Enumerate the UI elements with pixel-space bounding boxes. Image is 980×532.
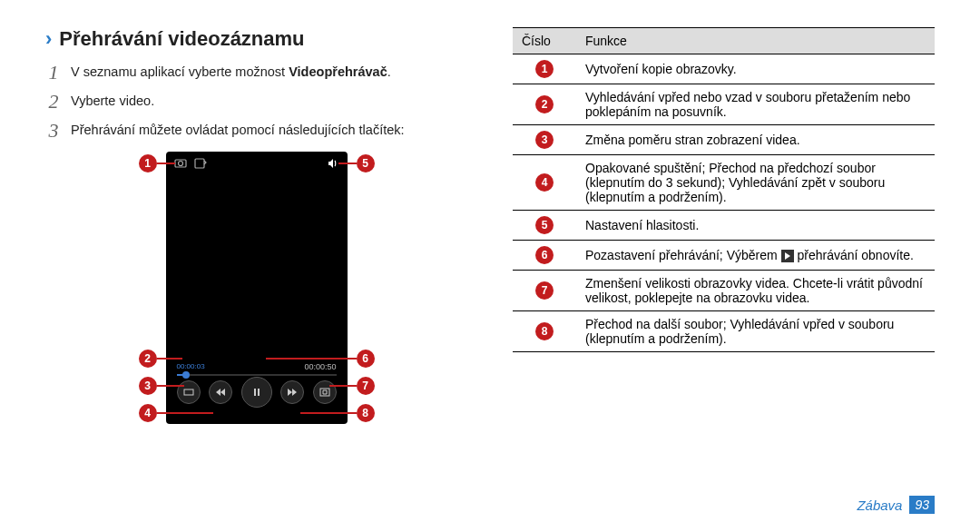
svg-point-1 bbox=[178, 161, 182, 165]
table-row: 8Přechod na další soubor; Vyhledávání vp… bbox=[513, 311, 935, 352]
callout-2: 2 bbox=[139, 350, 157, 368]
page-footer: Zábava 93 bbox=[857, 496, 935, 514]
table-row: 2Vyhledávání vpřed nebo vzad v souboru p… bbox=[513, 84, 935, 125]
callout-line bbox=[157, 163, 175, 164]
callout-line bbox=[157, 358, 182, 360]
time-current: 00:00:03 bbox=[177, 362, 205, 371]
controls-table: Číslo Funkce 1Vytvoření kopie obrazovky.… bbox=[513, 27, 935, 352]
callout-line bbox=[157, 412, 213, 414]
left-column: › Přehrávání videozáznamu 1 V seznamu ap… bbox=[45, 27, 467, 424]
play-icon bbox=[781, 250, 794, 262]
footer-category: Zábava bbox=[857, 498, 902, 513]
table-row: 7Zmenšení velikosti obrazovky videa. Chc… bbox=[513, 271, 935, 311]
play-pause-button[interactable] bbox=[241, 377, 272, 408]
callout-badge: 6 bbox=[535, 246, 554, 264]
table-cell-text: Vytvoření kopie obrazovky. bbox=[576, 54, 935, 84]
step-text: Přehrávání můžete ovládat pomocí následu… bbox=[71, 120, 405, 137]
callout-badge: 1 bbox=[535, 60, 554, 78]
step-text: V seznamu aplikací vyberte možnost Video… bbox=[71, 62, 391, 79]
aspect-ratio-button[interactable] bbox=[177, 380, 201, 404]
callout-badge: 7 bbox=[535, 281, 554, 300]
next-button[interactable] bbox=[280, 380, 304, 404]
svg-rect-3 bbox=[184, 389, 193, 395]
table-cell-text: Pozastavení přehrávání; Výběrem přehrává… bbox=[576, 241, 935, 271]
callout-1: 1 bbox=[139, 154, 157, 172]
step-number: 1 bbox=[45, 62, 62, 84]
callout-line bbox=[329, 385, 357, 387]
svg-rect-6 bbox=[320, 389, 329, 396]
phone-top-bar bbox=[166, 152, 348, 175]
svg-rect-5 bbox=[258, 389, 260, 396]
step-number: 2 bbox=[45, 91, 62, 113]
footer-page-number: 93 bbox=[909, 496, 935, 514]
callout-5: 5 bbox=[357, 154, 375, 172]
camera-icon[interactable] bbox=[173, 156, 188, 171]
step-number: 3 bbox=[45, 120, 62, 142]
table-row: 5Nastavení hlasitosti. bbox=[513, 211, 935, 241]
callout-badge: 3 bbox=[535, 131, 554, 149]
callout-4: 4 bbox=[139, 404, 157, 422]
share-icon[interactable] bbox=[193, 156, 208, 171]
step-1: 1 V seznamu aplikací vyberte možnost Vid… bbox=[45, 62, 467, 84]
step-bold: Videopřehrávač bbox=[289, 64, 387, 79]
section-heading: Přehrávání videozáznamu bbox=[59, 27, 304, 51]
callout-badge: 4 bbox=[535, 173, 554, 192]
shrink-button[interactable] bbox=[313, 380, 337, 404]
table-cell-text: Přechod na další soubor; Vyhledávání vpř… bbox=[576, 311, 935, 352]
step-prefix: V seznamu aplikací vyberte možnost bbox=[71, 64, 289, 79]
callout-line bbox=[266, 358, 357, 360]
callout-line bbox=[300, 412, 357, 414]
table-row: 6Pozastavení přehrávání; Výběrem přehráv… bbox=[513, 241, 935, 271]
right-column: Číslo Funkce 1Vytvoření kopie obrazovky.… bbox=[513, 27, 935, 424]
table-cell-text: Vyhledávání vpřed nebo vzad v souboru př… bbox=[576, 84, 935, 125]
callout-badge: 8 bbox=[535, 322, 554, 340]
table-header-func: Funkce bbox=[576, 28, 935, 54]
previous-button[interactable] bbox=[209, 380, 232, 404]
table-row: 3Změna poměru stran zobrazení videa. bbox=[513, 125, 935, 155]
progress-bar[interactable] bbox=[177, 374, 337, 376]
table-header-num: Číslo bbox=[513, 28, 576, 54]
svg-rect-2 bbox=[195, 159, 204, 168]
table-row: 4Opakované spuštění; Přechod na předchoz… bbox=[513, 155, 935, 211]
callout-3: 3 bbox=[139, 377, 157, 395]
callout-line bbox=[157, 385, 184, 387]
step-2: 2 Vyberte video. bbox=[45, 91, 467, 113]
callout-7: 7 bbox=[357, 377, 375, 395]
step-3: 3 Přehrávání můžete ovládat pomocí násle… bbox=[45, 120, 467, 142]
step-text: Vyberte video. bbox=[71, 91, 154, 108]
callout-badge: 5 bbox=[535, 216, 554, 234]
phone-screen: 00:00:03 00:00:50 bbox=[166, 152, 348, 424]
callout-line bbox=[338, 163, 357, 164]
table-cell-text: Zmenšení velikosti obrazovky videa. Chce… bbox=[576, 271, 935, 311]
step-suffix: . bbox=[387, 64, 391, 79]
callout-8: 8 bbox=[357, 404, 375, 422]
callout-6: 6 bbox=[357, 350, 375, 368]
callout-badge: 2 bbox=[535, 95, 554, 113]
phone-mockup: 00:00:03 00:00:50 bbox=[139, 152, 375, 424]
svg-rect-4 bbox=[254, 389, 256, 396]
table-cell-text: Změna poměru stran zobrazení videa. bbox=[576, 125, 935, 155]
table-cell-text: Nastavení hlasitosti. bbox=[576, 211, 935, 241]
time-total: 00:00:50 bbox=[304, 362, 336, 371]
table-cell-text: Opakované spuštění; Přechod na předchozí… bbox=[576, 155, 935, 211]
heading-chevron-icon: › bbox=[45, 29, 52, 49]
table-row: 1Vytvoření kopie obrazovky. bbox=[513, 54, 935, 84]
